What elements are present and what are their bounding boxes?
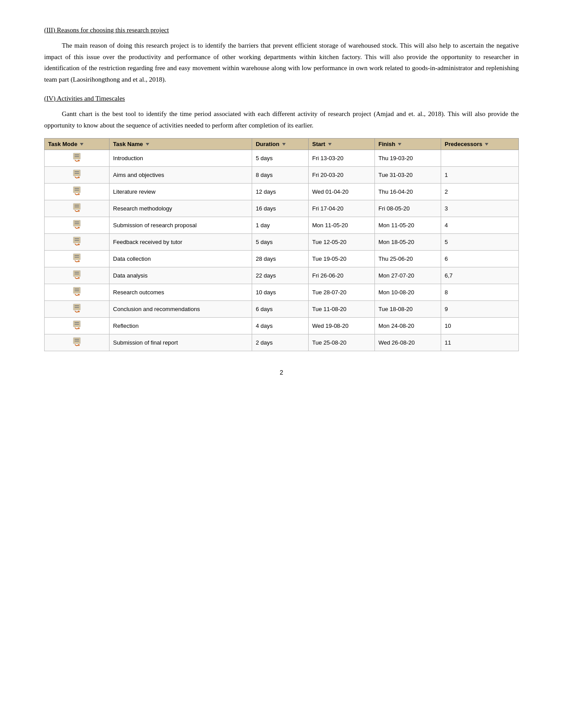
task-mode-cell [45, 150, 110, 167]
svg-rect-1 [75, 154, 79, 155]
start-sort-arrow [328, 143, 332, 146]
task-mode-cell [45, 301, 110, 318]
predecessors-cell: 3 [441, 200, 519, 217]
svg-rect-30 [75, 274, 79, 274]
svg-rect-26 [75, 257, 79, 258]
predecessors-cell: 9 [441, 301, 519, 318]
start-cell: Tue 28-07-20 [308, 284, 374, 301]
table-row: Conclusion and recommendations6 daysTue … [45, 301, 519, 318]
task-mode-icon [72, 320, 81, 330]
svg-rect-21 [75, 238, 79, 239]
table-row: Reflection4 daysWed 19-08-20Mon 24-08-20… [45, 318, 519, 334]
svg-marker-39 [79, 311, 80, 313]
col-header-finish: Finish [375, 139, 441, 150]
predecessors-cell: 5 [441, 234, 519, 251]
finish-cell: Tue 18-08-20 [375, 301, 441, 318]
svg-marker-11 [79, 194, 80, 195]
svg-marker-43 [79, 328, 80, 330]
svg-rect-41 [75, 322, 79, 323]
duration-cell: 8 days [252, 167, 309, 184]
start-cell: Fri 26-06-20 [308, 267, 374, 284]
svg-marker-27 [79, 261, 80, 263]
svg-rect-2 [75, 156, 79, 157]
task-name-cell: Literature review [110, 184, 252, 200]
svg-rect-22 [75, 240, 79, 241]
task-mode-cell [45, 267, 110, 284]
task-mode-icon [72, 337, 81, 347]
finish-cell: Wed 26-08-20 [375, 334, 441, 351]
section-4: (IV) Activities and Timescales Gantt cha… [44, 95, 519, 351]
col-header-task-name: Task Name [110, 139, 252, 150]
start-cell: Wed 19-08-20 [308, 318, 374, 334]
task-mode-icon [72, 153, 81, 162]
duration-cell: 12 days [252, 184, 309, 200]
start-cell: Fri 17-04-20 [308, 200, 374, 217]
task-name-cell: Reflection [110, 318, 252, 334]
gantt-table: Task Mode Task Name Duration [44, 138, 519, 351]
duration-cell: 28 days [252, 251, 309, 267]
finish-cell: Mon 27-07-20 [375, 267, 441, 284]
duration-cell: 5 days [252, 234, 309, 251]
finish-cell: Mon 11-05-20 [375, 217, 441, 234]
task-mode-cell [45, 284, 110, 301]
gantt-table-body: Introduction5 daysFri 13-03-20Thu 19-03-… [45, 150, 519, 351]
finish-cell: Mon 18-05-20 [375, 234, 441, 251]
predecessors-cell: 1 [441, 167, 519, 184]
task-name-cell: Submission of final report [110, 334, 252, 351]
svg-rect-10 [75, 190, 79, 191]
finish-sort-arrow [398, 143, 401, 146]
finish-cell: Thu 25-06-20 [375, 251, 441, 267]
task-mode-cell [45, 234, 110, 251]
predecessors-cell: 10 [441, 318, 519, 334]
duration-cell: 5 days [252, 150, 309, 167]
svg-rect-34 [75, 290, 79, 291]
task-mode-icon [72, 253, 81, 263]
svg-rect-38 [75, 307, 79, 308]
task-mode-icon [72, 287, 81, 296]
svg-rect-6 [75, 173, 79, 174]
svg-marker-35 [79, 294, 80, 296]
task-name-cell: Research outcomes [110, 284, 252, 301]
task-mode-icon [72, 186, 81, 196]
predecessors-cell [441, 150, 519, 167]
task-name-cell: Research methodology [110, 200, 252, 217]
duration-cell: 10 days [252, 284, 309, 301]
table-row: Submission of final report2 daysTue 25-0… [45, 334, 519, 351]
start-cell: Tue 19-05-20 [308, 251, 374, 267]
predecessors-cell: 4 [441, 217, 519, 234]
svg-rect-5 [75, 171, 79, 172]
task-mode-cell [45, 167, 110, 184]
svg-marker-7 [79, 177, 80, 179]
section-3-paragraph: The main reason of doing this research p… [44, 40, 519, 85]
task-mode-cell [45, 334, 110, 351]
duration-sort-arrow [282, 143, 286, 146]
task-mode-icon [72, 270, 81, 280]
task-mode-sort-arrow [80, 143, 83, 146]
task-mode-icon [72, 304, 81, 313]
svg-rect-13 [75, 205, 79, 206]
svg-marker-3 [79, 160, 80, 162]
table-row: Research outcomes10 daysTue 28-07-20Mon … [45, 284, 519, 301]
svg-rect-37 [75, 305, 79, 306]
table-row: Introduction5 daysFri 13-03-20Thu 19-03-… [45, 150, 519, 167]
table-row: Aims and objectives8 daysFri 20-03-20Tue… [45, 167, 519, 184]
col-header-task-mode: Task Mode [45, 139, 110, 150]
col-header-start: Start [308, 139, 374, 150]
duration-cell: 2 days [252, 334, 309, 351]
table-row: Submission of research proposal1 dayMon … [45, 217, 519, 234]
start-cell: Tue 11-08-20 [308, 301, 374, 318]
page-number: 2 [44, 369, 519, 376]
task-mode-cell [45, 251, 110, 267]
predecessors-sort-arrow [485, 143, 488, 146]
task-mode-icon [72, 169, 81, 179]
svg-rect-17 [75, 221, 79, 222]
svg-rect-45 [75, 339, 79, 340]
table-row: Research methodology16 daysFri 17-04-20F… [45, 200, 519, 217]
svg-rect-46 [75, 341, 79, 341]
svg-rect-9 [75, 188, 79, 189]
task-name-cell: Data analysis [110, 267, 252, 284]
svg-marker-31 [79, 278, 80, 279]
duration-cell: 16 days [252, 200, 309, 217]
duration-cell: 4 days [252, 318, 309, 334]
task-mode-cell [45, 184, 110, 200]
